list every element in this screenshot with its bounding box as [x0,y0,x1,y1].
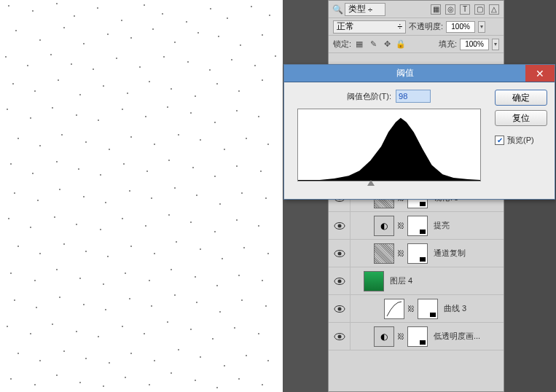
visibility-toggle[interactable] [329,267,351,294]
svg-point-114 [85,251,87,252]
svg-point-40 [34,90,36,92]
ok-button[interactable]: 确定 [495,90,547,106]
svg-point-90 [83,196,85,197]
filter-icon[interactable]: T [460,4,470,15]
svg-point-181 [238,378,240,380]
layer-row[interactable]: ◐⛓提亮 [329,212,504,240]
svg-point-138 [83,304,85,305]
link-icon[interactable]: ⛓ [397,332,404,340]
svg-point-55 [98,119,99,121]
preview-checkbox[interactable]: ✔ [495,136,504,145]
svg-point-137 [59,297,60,298]
svg-point-32 [139,66,141,68]
visibility-toggle[interactable] [329,323,351,350]
svg-point-123 [10,273,12,274]
layer-row[interactable]: 图层 4 [329,267,504,295]
svg-point-152 [122,326,123,327]
layer-name[interactable]: 图层 4 [390,275,412,286]
svg-point-19 [130,37,132,39]
fill-dropdown-arrow[interactable]: ▾ [492,39,499,50]
lock-pixels-icon[interactable]: ▦ [354,39,364,50]
svg-point-43 [103,85,104,87]
filter-icon[interactable]: △ [489,4,499,15]
layer-mask-thumbnail[interactable] [407,216,428,236]
opacity-dropdown-arrow[interactable]: ▾ [478,21,485,33]
threshold-input[interactable] [396,90,431,103]
filter-icon[interactable]: ▦ [431,4,441,15]
histogram[interactable] [297,109,481,181]
layer-mask-thumbnail[interactable] [418,299,438,319]
svg-point-57 [145,116,146,117]
svg-point-34 [187,61,189,63]
svg-point-177 [149,384,150,385]
svg-point-132 [216,285,218,286]
visibility-toggle[interactable] [329,212,351,239]
layer-name[interactable]: 曲线 3 [444,303,466,314]
layer-row[interactable]: ⛓通道复制 [329,240,504,267]
visibility-toggle[interactable] [329,295,351,322]
svg-point-64 [39,145,41,146]
svg-point-131 [195,276,196,278]
layer-name[interactable]: 提亮 [434,220,450,231]
lock-move-icon[interactable]: ✥ [382,39,392,50]
filter-type-dropdown[interactable]: 类型 ÷ [345,3,385,16]
svg-point-162 [85,358,87,359]
svg-point-13 [269,15,270,16]
filter-icon[interactable]: ◎ [445,4,455,15]
layer-thumbnail[interactable] [364,271,384,291]
svg-point-168 [224,365,225,366]
svg-point-175 [103,385,104,387]
filter-icon[interactable]: ▢ [474,4,485,15]
svg-point-31 [116,58,117,59]
layer-thumbnail[interactable]: ◐ [374,326,394,347]
layer-thumbnail[interactable]: ◐ [374,216,394,236]
link-icon[interactable]: ⛓ [397,222,404,230]
svg-point-4 [74,15,75,17]
svg-point-9 [186,21,187,23]
layer-thumbnail[interactable] [384,299,404,319]
svg-point-196 [337,334,341,338]
svg-point-111 [17,246,19,247]
layer-mask-thumbnail[interactable] [407,326,428,347]
threshold-slider[interactable] [367,180,375,186]
layer-mask-thumbnail[interactable] [407,243,428,264]
svg-point-28 [50,54,52,55]
opacity-value[interactable]: 100% [446,21,475,33]
close-button[interactable]: ✕ [525,65,555,82]
svg-point-67 [109,149,110,150]
svg-point-78 [78,168,79,170]
svg-point-120 [222,258,223,259]
svg-point-46 [171,88,172,90]
layer-name[interactable]: 低透明度画... [434,331,480,342]
layer-row[interactable]: ◐⛓低透明度画... [329,323,504,350]
canvas[interactable] [0,0,283,392]
layer-name[interactable]: 通道复制 [434,248,466,259]
blend-mode-dropdown[interactable]: 正常÷ [333,20,406,34]
layer-row[interactable]: ⛓曲线 3 [329,295,504,323]
svg-point-171 [10,378,12,380]
svg-point-17 [83,43,85,44]
preview-row[interactable]: ✔ 预览(P) [495,135,547,146]
fill-value[interactable]: 100% [460,39,489,50]
svg-point-129 [149,280,150,281]
svg-point-127 [103,283,104,285]
svg-point-164 [130,353,132,354]
dialog-titlebar[interactable]: 阈值 ✕ [284,65,555,82]
lock-brush-icon[interactable]: ✎ [368,39,378,50]
lock-all-icon[interactable]: 🔒 [396,39,406,50]
svg-point-69 [154,144,155,145]
lock-label: 锁定: [333,39,351,50]
link-icon[interactable]: ⛓ [407,305,415,313]
link-icon[interactable]: ⛓ [397,249,404,257]
visibility-toggle[interactable] [329,240,351,267]
svg-point-100 [30,227,31,228]
svg-point-141 [151,305,152,307]
svg-point-52 [30,117,31,119]
svg-point-139 [105,309,106,310]
svg-point-86 [260,170,262,172]
reset-button[interactable]: 复位 [495,110,547,126]
layer-thumbnail[interactable] [374,243,394,264]
svg-point-190 [337,251,341,255]
svg-point-16 [63,27,65,28]
svg-point-156 [212,338,214,340]
